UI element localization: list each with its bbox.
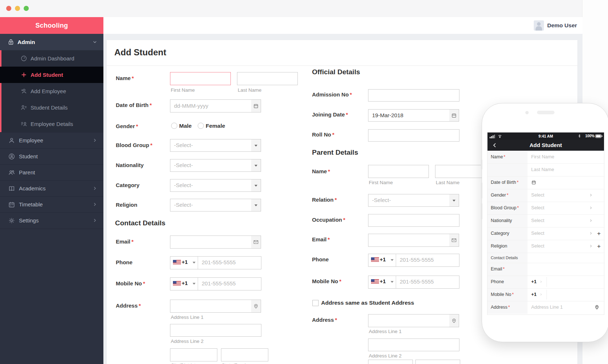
sidebar-item-parent[interactable]: Parent <box>0 164 103 181</box>
religion-select[interactable]: -Select- <box>170 199 252 211</box>
email-label: Email* <box>116 238 134 245</box>
gender-female-option[interactable]: Female <box>206 123 225 129</box>
sidebar-item-add-student[interactable]: Add Student <box>0 67 103 83</box>
parent-mobile-country-selector[interactable]: +1 <box>368 276 396 288</box>
blood-group-select[interactable]: -Select- <box>170 139 252 152</box>
phone-religion-label: Religion <box>491 244 507 249</box>
chevron-down-icon <box>92 39 98 45</box>
first-name-caption: First Name <box>171 87 195 93</box>
religion-dropdown-button[interactable] <box>251 199 261 211</box>
parent-address-line1-input[interactable] <box>368 314 450 327</box>
category-select[interactable]: -Select- <box>170 179 252 192</box>
lock-icon <box>7 38 15 46</box>
divider <box>546 277 547 287</box>
app-brand[interactable]: Schooling <box>0 17 103 34</box>
close-window-button[interactable] <box>6 6 11 11</box>
last-name-input[interactable] <box>237 72 298 85</box>
sidebar-item-add-employee[interactable]: Add Employee <box>0 83 103 99</box>
address-line1-input[interactable] <box>170 300 252 313</box>
parent-phone-country-selector[interactable]: +1 <box>368 254 396 266</box>
parent-city-input[interactable] <box>368 360 413 364</box>
nationality-dropdown-button[interactable] <box>251 159 261 172</box>
phone-code-value: +1 <box>531 279 537 284</box>
phone-screen: 9:41 AM 100% Add Student Name* First Nam… <box>487 132 604 315</box>
phone-input[interactable]: +1 201-555-5555 <box>170 256 261 269</box>
sidebar-item-admin[interactable]: Admin <box>0 34 103 50</box>
relation-dropdown-button[interactable] <box>449 194 459 207</box>
email-input[interactable] <box>170 236 252 249</box>
dob-label: Date of Birth* <box>116 102 152 108</box>
parent-address-pin-button[interactable] <box>449 314 459 327</box>
battery-percent: 100% <box>585 132 595 140</box>
user-avatar[interactable] <box>534 20 544 31</box>
phone-phone-row[interactable]: Phone +1 <box>487 276 604 289</box>
blood-group-label: Blood Group* <box>116 142 153 148</box>
chevron-right-icon <box>539 280 543 284</box>
parent-address-line2-input[interactable] <box>368 339 459 351</box>
first-name-input[interactable] <box>170 72 231 85</box>
screenshot-root: Schooling Demo User Admin Admin Dashboar… <box>0 0 608 364</box>
phone-address-label: Address* <box>491 305 510 310</box>
sidebar-item-academics[interactable]: Academics <box>0 180 103 197</box>
address-pin-button[interactable] <box>251 300 261 313</box>
add-option-icon[interactable]: + <box>597 243 601 250</box>
dob-calendar-button[interactable] <box>251 99 261 112</box>
parent-phone-input[interactable]: +1 201-555-5555 <box>368 254 459 267</box>
joining-calendar-button[interactable] <box>449 109 459 122</box>
mobile-country-selector[interactable]: +1 <box>170 278 198 290</box>
phone-blood-group-row[interactable]: Blood Group* Select <box>487 202 604 215</box>
sidebar-item-employee[interactable]: Employee <box>0 132 103 149</box>
sidebar-item-student[interactable]: Student <box>0 148 103 165</box>
parent-email-icon-button[interactable] <box>449 234 459 247</box>
sidebar-item-student-details[interactable]: Student Details <box>0 99 103 116</box>
gender-male-option[interactable]: Male <box>179 123 192 129</box>
mobile-input[interactable]: +1 201-555-5555 <box>170 277 261 290</box>
category-dropdown-button[interactable] <box>251 179 261 192</box>
address-line2-input[interactable] <box>170 324 261 337</box>
roll-no-input[interactable] <box>368 129 459 142</box>
book-icon <box>8 185 15 192</box>
parent-state-input[interactable] <box>415 360 460 364</box>
gender-female-radio[interactable] <box>198 123 204 129</box>
user-name[interactable]: Demo User <box>547 17 577 34</box>
same-address-checkbox[interactable] <box>312 300 319 306</box>
gender-male-radio[interactable] <box>171 123 177 129</box>
zoom-window-button[interactable] <box>24 6 29 11</box>
minimize-window-button[interactable] <box>15 6 20 11</box>
phone-dob-row[interactable]: Date of Birth* <box>487 176 604 189</box>
state-caption: State/Province <box>222 363 254 364</box>
add-option-icon[interactable]: + <box>597 230 601 237</box>
admission-no-input[interactable] <box>368 89 459 102</box>
phone-address-row[interactable]: Address* Address Line 1 <box>487 301 604 314</box>
phone-category-row[interactable]: Category Select + <box>487 227 604 240</box>
us-flag-icon <box>173 281 181 286</box>
parent-email-input[interactable] <box>368 234 450 247</box>
state-input[interactable] <box>221 348 268 361</box>
email-icon-button[interactable] <box>251 236 261 249</box>
blood-group-dropdown-button[interactable] <box>251 139 261 152</box>
city-input[interactable] <box>170 348 217 361</box>
phone-religion-row[interactable]: Religion Select + <box>487 240 604 253</box>
nationality-select[interactable]: -Select- <box>170 159 252 172</box>
sidebar-item-employee-details[interactable]: Employee Details <box>0 116 103 132</box>
occupation-label: Occupation* <box>312 217 345 223</box>
phone-email-label: Email* <box>491 266 505 272</box>
parent-mobile-input[interactable]: +1 201-555-5555 <box>368 276 459 289</box>
phone-email-row[interactable]: Email* <box>487 263 604 276</box>
phone-gender-row[interactable]: Gender* Select <box>487 189 604 202</box>
occupation-input[interactable] <box>368 214 459 227</box>
sidebar-item-timetable[interactable]: Timetable <box>0 196 103 213</box>
relation-select[interactable]: -Select- <box>368 194 450 207</box>
parent-first-name-input[interactable] <box>368 165 429 178</box>
dob-input[interactable]: dd-MMM-yyyy <box>170 99 252 112</box>
phone-nationality-row[interactable]: Nationality Select <box>487 214 604 228</box>
official-details-heading: Official Details <box>312 68 360 76</box>
sidebar-item-settings[interactable]: Settings <box>0 212 103 229</box>
phone-mobile-row[interactable]: Mobile No* +1 <box>487 288 604 301</box>
parent-email-label: Email* <box>312 236 330 242</box>
phone-country-selector[interactable]: +1 <box>170 257 198 269</box>
sidebar-item-admin-dashboard[interactable]: Admin Dashboard <box>0 50 103 67</box>
phone-last-name-row[interactable]: Last Name <box>487 163 604 177</box>
joining-date-input[interactable]: 19-Mar-2018 <box>368 109 450 122</box>
phone-first-name-row[interactable]: Name* First Name <box>487 151 604 164</box>
